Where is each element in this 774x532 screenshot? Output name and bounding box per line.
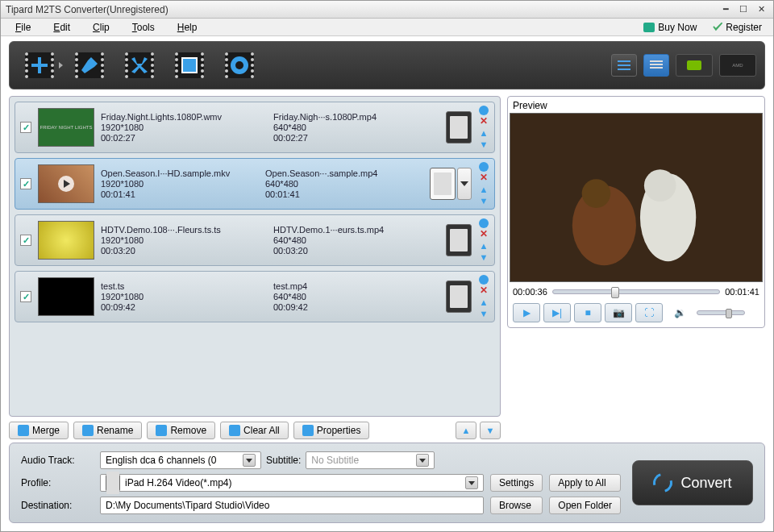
fullscreen-button[interactable]: ⛶ (635, 303, 663, 322)
row-remove-icon[interactable]: ✕ (478, 117, 489, 127)
row-settings-icon[interactable] (479, 275, 489, 285)
row-up-icon[interactable]: ▲ (478, 241, 489, 251)
output-dur: 00:02:27 (273, 133, 439, 143)
file-row[interactable]: FRIDAY NIGHT LIGHTS Friday.Night.Lights.… (15, 102, 495, 153)
checkbox[interactable] (20, 178, 31, 189)
source-name: Open.Season.I···HD.sample.mkv (101, 168, 259, 178)
thumbnail[interactable] (38, 221, 94, 260)
close-button[interactable]: ✕ (754, 4, 768, 15)
remove-button[interactable]: Remove (147, 422, 215, 439)
buy-now-button[interactable]: Buy Now (635, 22, 705, 33)
file-row[interactable]: test.ts 1920*1080 00:09:42 test.mp4 640*… (15, 271, 495, 322)
view-list-button[interactable] (611, 54, 637, 77)
view-detail-button[interactable] (643, 54, 669, 77)
play-button[interactable]: ▶ (513, 303, 540, 322)
open-folder-button[interactable]: Open Folder (549, 497, 621, 514)
row-settings-icon[interactable] (479, 106, 489, 115)
output-dur: 00:09:42 (273, 302, 439, 312)
register-button[interactable]: Register (705, 22, 770, 33)
device-icon[interactable] (446, 224, 472, 256)
output-res: 640*480 (273, 292, 439, 301)
checkbox[interactable] (20, 291, 31, 302)
row-up-icon[interactable]: ▲ (478, 185, 489, 194)
menu-clip[interactable]: Clip (81, 22, 121, 33)
menubar: File Edit Clip Tools Help Buy Now Regist… (1, 19, 773, 36)
row-remove-icon[interactable]: ✕ (478, 173, 489, 183)
device-dropdown-button[interactable] (457, 168, 472, 200)
file-row[interactable]: HDTV.Demo.108···.Fleurs.ts.ts 1920*1080 … (15, 214, 495, 266)
move-down-button[interactable]: ▼ (480, 422, 501, 439)
checkbox[interactable] (20, 122, 31, 133)
source-res: 1920*1080 (101, 179, 259, 189)
source-name: Friday.Night.Lights.1080P.wmv (101, 112, 267, 122)
source-dur: 00:03:20 (101, 246, 267, 256)
preview-video[interactable] (510, 113, 763, 282)
subtitle-select[interactable]: No Subtitle (306, 451, 435, 469)
menu-help[interactable]: Help (166, 22, 209, 33)
volume-slider[interactable] (697, 310, 745, 315)
browse-button[interactable]: Browse (490, 497, 543, 514)
titlebar: Tipard M2TS Converter(Unregistered) ━ ☐ … (1, 1, 773, 19)
nvidia-badge (676, 54, 713, 77)
source-res: 1920*1080 (101, 123, 267, 132)
step-button[interactable]: ▶| (543, 303, 571, 322)
properties-button[interactable]: Properties (293, 422, 370, 439)
minimize-button[interactable]: ━ (718, 4, 733, 15)
thumbnail[interactable]: FRIDAY NIGHT LIGHTS (38, 108, 94, 147)
volume-icon[interactable]: 🔉 (666, 303, 693, 322)
row-remove-icon[interactable]: ✕ (478, 286, 489, 296)
output-res: 640*480 (273, 123, 439, 132)
menu-tools[interactable]: Tools (121, 22, 166, 33)
effects-button[interactable] (68, 48, 111, 83)
playback-slider[interactable] (552, 289, 720, 294)
rename-button[interactable]: Rename (73, 422, 142, 439)
convert-icon (650, 470, 676, 497)
row-remove-icon[interactable]: ✕ (478, 230, 489, 239)
thumbnail[interactable] (38, 277, 94, 316)
stop-button[interactable]: ■ (574, 303, 601, 322)
settings-profile-button[interactable]: Settings (490, 474, 543, 492)
row-down-icon[interactable]: ▼ (478, 309, 489, 318)
row-settings-icon[interactable] (479, 218, 489, 228)
audio-track-select[interactable]: English dca 6 channels (0 (100, 451, 261, 469)
menu-file[interactable]: File (4, 22, 42, 33)
checkbox[interactable] (20, 235, 31, 246)
snapshot-button[interactable]: 📷 (605, 303, 632, 322)
row-settings-icon[interactable] (479, 162, 489, 172)
properties-icon (302, 425, 314, 436)
menu-edit[interactable]: Edit (42, 22, 81, 33)
chevron-down-icon (465, 476, 478, 489)
row-down-icon[interactable]: ▼ (478, 196, 489, 206)
register-label: Register (726, 22, 762, 33)
output-dur: 00:01:41 (265, 189, 423, 199)
add-file-button[interactable] (18, 48, 61, 83)
crop-button[interactable] (168, 48, 211, 83)
device-icon[interactable] (446, 111, 472, 143)
row-up-icon[interactable]: ▲ (478, 128, 489, 138)
thumbnail[interactable] (38, 164, 94, 203)
amd-badge: AMD (719, 54, 756, 77)
clear-icon (229, 425, 240, 436)
clear-all-button[interactable]: Clear All (220, 422, 289, 439)
maximize-button[interactable]: ☐ (736, 4, 751, 15)
device-icon[interactable] (430, 168, 456, 200)
source-res: 1920*1080 (101, 235, 267, 245)
trim-button[interactable] (118, 48, 161, 83)
file-row[interactable]: Open.Season.I···HD.sample.mkv 1920*1080 … (15, 158, 495, 210)
merge-button[interactable]: Merge (9, 422, 69, 439)
convert-button[interactable]: Convert (632, 460, 753, 505)
device-icon[interactable] (446, 281, 472, 313)
move-up-button[interactable]: ▲ (456, 422, 476, 439)
destination-input[interactable]: D:\My Documents\Tipard Studio\Video (100, 497, 484, 514)
row-down-icon[interactable]: ▼ (478, 252, 489, 262)
apply-to-all-button[interactable]: Apply to All (549, 474, 621, 492)
source-name: test.ts (101, 281, 267, 291)
toolbar: AMD (9, 41, 765, 89)
output-name: Open.Season···.sample.mp4 (265, 168, 423, 178)
settings-button[interactable] (218, 48, 261, 83)
profile-select[interactable]: iPad H.264 Video(*.mp4) (100, 474, 484, 492)
row-down-icon[interactable]: ▼ (478, 139, 489, 149)
row-up-icon[interactable]: ▲ (478, 297, 489, 307)
output-res: 640*480 (273, 235, 439, 245)
source-name: HDTV.Demo.108···.Fleurs.ts.ts (101, 225, 267, 235)
